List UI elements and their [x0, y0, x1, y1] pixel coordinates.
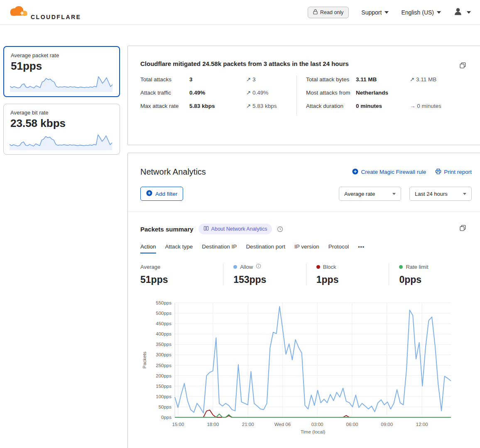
time-range-select[interactable]: Last 24 hours [409, 187, 472, 201]
stat-trend: ↗ 3.11 MB [410, 75, 472, 84]
attack-stats-right: Total attack bytes 3.11 MB ↗ 3.11 MB Mos… [296, 75, 472, 115]
info-icon[interactable] [256, 263, 261, 270]
svg-text:400pps: 400pps [156, 331, 171, 336]
stat-trend: ↗ 0.49% [246, 89, 296, 97]
stat-label: Allow [240, 264, 253, 270]
stat-row: Max attack rate 5.83 kbps ↗ 5.83 kbps [140, 102, 296, 110]
tab-destination-port[interactable]: Destination port [246, 243, 285, 253]
allow-dot [233, 265, 237, 269]
cloudflare-logo[interactable]: CLOUDFLARE [6, 3, 81, 22]
svg-text:06:00: 06:00 [346, 422, 358, 427]
trend-up-icon: ↗ [246, 76, 251, 83]
stat-label: Attack duration [306, 102, 356, 110]
svg-text:21:00: 21:00 [242, 422, 254, 427]
user-menu[interactable] [453, 7, 471, 17]
attack-summary-title: Cloudflare mitigated 24.58k packets from… [140, 60, 472, 67]
trend-right-icon: → [410, 103, 416, 109]
stat-value: Netherlands [356, 89, 410, 97]
trend-up-icon: ↗ [410, 76, 414, 83]
metric-label: Average bit rate [10, 110, 113, 116]
copy-icon[interactable] [459, 224, 467, 232]
svg-text:350pps: 350pps [156, 342, 171, 347]
header-controls: Read only Support English (US) [308, 7, 471, 18]
svg-text:12:00: 12:00 [416, 422, 428, 427]
stat-label: Block [323, 264, 336, 270]
line-chart: 0pps50pps100pps150pps200pps250pps300pps3… [140, 299, 456, 436]
copy-icon[interactable] [459, 62, 467, 69]
stat-value: 153pps [233, 274, 306, 285]
stat-value: 3.11 MB [356, 75, 410, 84]
read-only-badge[interactable]: Read only [308, 7, 349, 18]
metric-label: Average packet rate [11, 52, 113, 58]
block-dot [316, 265, 320, 269]
stat-value: 0.49% [189, 89, 246, 97]
network-analytics-panel: Network Analytics Create Magic Firewall … [127, 153, 480, 448]
stat-row: Attack traffic 0.49% ↗ 0.49% [140, 89, 296, 97]
book-icon [203, 226, 209, 232]
trend-up-icon: ↗ [246, 103, 251, 109]
chevron-down-icon [392, 193, 396, 195]
language-menu[interactable]: English (US) [401, 9, 441, 16]
svg-text:150pps: 150pps [156, 384, 171, 389]
metric-value: 51pps [11, 60, 113, 73]
packets-summary-header: Packets summary About Network Analytics [140, 224, 472, 234]
svg-text:18:00: 18:00 [207, 422, 219, 427]
network-analytics-title: Network Analytics [140, 167, 206, 177]
svg-text:200pps: 200pps [156, 373, 171, 378]
add-filter-button[interactable]: Add filter [140, 187, 183, 201]
attack-stats: Total attacks 3 ↗ 3 Attack traffic 0.49%… [140, 75, 472, 115]
plus-circle-icon [352, 168, 358, 176]
tab-action[interactable]: Action [140, 243, 156, 253]
user-avatar-icon [453, 7, 463, 17]
svg-text:100pps: 100pps [156, 394, 171, 399]
stat-label: Attack traffic [140, 89, 189, 97]
attack-summary-panel: Cloudflare mitigated 24.58k packets from… [127, 46, 480, 145]
support-menu[interactable]: Support [361, 9, 389, 16]
create-magic-firewall-rule-link[interactable]: Create Magic Firewall rule [352, 168, 426, 176]
tab-ip-version[interactable]: IP version [294, 243, 319, 253]
chevron-down-icon [384, 11, 389, 14]
dimension-tabs: Action Attack type Destination IP Destin… [140, 243, 472, 253]
stat-block: Block 1pps [306, 263, 389, 285]
stat-label: Rate limit [406, 264, 428, 270]
plus-circle-icon [146, 190, 152, 197]
support-label: Support [361, 9, 382, 16]
stat-row: Attack duration 0 minutes → 0 minutes [306, 102, 472, 110]
svg-text:0pps: 0pps [161, 415, 171, 420]
printer-icon [435, 168, 441, 176]
tab-protocol[interactable]: Protocol [328, 243, 349, 253]
chevron-down-icon [437, 11, 441, 14]
stat-value: 0pps [399, 274, 472, 285]
svg-text:450pps: 450pps [156, 321, 171, 326]
stat-label: Total attacks [140, 75, 189, 84]
stat-label: Max attack rate [140, 102, 189, 110]
more-tabs-button[interactable]: ••• [358, 243, 365, 253]
svg-text:Wed 06: Wed 06 [274, 422, 291, 427]
stat-row: Most attacks from Netherlands [306, 89, 472, 97]
stat-label: Most attacks from [306, 89, 356, 97]
read-only-label: Read only [320, 10, 343, 15]
about-network-analytics-badge[interactable]: About Network Analytics [198, 224, 272, 234]
packets-time-series-chart: 0pps50pps100pps150pps200pps250pps300pps3… [140, 299, 472, 438]
metric-value: 23.58 kbps [10, 117, 113, 130]
metric-card-packet-rate[interactable]: Average packet rate 51pps [3, 46, 120, 97]
print-report-link[interactable]: Print report [435, 168, 472, 176]
rate-limit-dot [399, 265, 403, 269]
stat-rate-limit: Rate limit 0pps [389, 263, 472, 285]
stat-row: Total attack bytes 3.11 MB ↗ 3.11 MB [306, 75, 472, 84]
stat-value: 5.83 kbps [189, 102, 246, 110]
top-header: CLOUDFLARE Read only Support English (US… [0, 0, 480, 25]
svg-text:15:00: 15:00 [172, 422, 184, 427]
svg-text:250pps: 250pps [156, 363, 171, 368]
stat-trend: ↗ 3 [246, 75, 296, 84]
packets-summary-title: Packets summary [140, 226, 193, 233]
stat-row: Total attacks 3 ↗ 3 [140, 75, 296, 84]
network-analytics-header: Network Analytics Create Magic Firewall … [140, 167, 472, 177]
metric-select[interactable]: Average rate [339, 187, 401, 201]
filter-row: Add filter Average rate Last 24 hours [140, 187, 472, 201]
metric-card-bit-rate[interactable]: Average bit rate 23.58 kbps [3, 104, 120, 155]
logo-wordmark: CLOUDFLARE [31, 14, 81, 22]
tab-destination-ip[interactable]: Destination IP [202, 243, 237, 253]
clock-icon[interactable] [277, 226, 283, 232]
tab-attack-type[interactable]: Attack type [165, 243, 193, 253]
